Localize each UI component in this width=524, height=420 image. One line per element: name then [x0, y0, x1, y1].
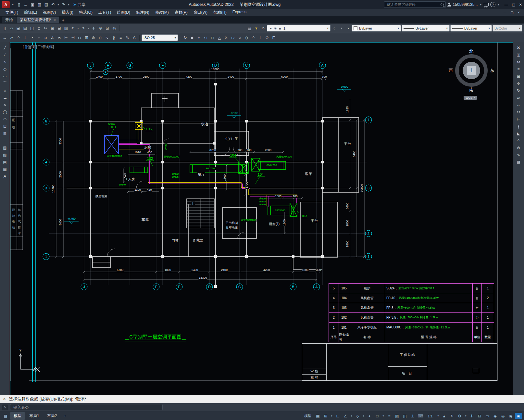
layer-properties-icon[interactable]: ▤ — [246, 25, 253, 32]
menu-item[interactable]: Express — [230, 10, 249, 14]
dim-ordinate-icon[interactable]: ⊥ — [22, 34, 28, 41]
units-icon[interactable]: ⊡ — [476, 413, 483, 419]
dim-space-icon[interactable]: ≡ — [118, 34, 124, 41]
color-combo[interactable]: ByLayer ▾ — [352, 25, 401, 32]
ortho-mode-icon[interactable]: ∟ — [334, 413, 341, 419]
dim-edit-icon[interactable]: ✎ — [124, 34, 131, 41]
line-icon[interactable]: ╱ — [1, 45, 8, 51]
snap-mode-icon[interactable]: ⊞ — [322, 413, 329, 419]
scale-icon[interactable]: ▱ — [515, 95, 522, 101]
workspace-icon[interactable]: ⚙ — [456, 413, 463, 419]
ellipse-icon[interactable]: ◯ — [1, 109, 8, 115]
compass-east-label[interactable]: 东 — [490, 68, 494, 73]
mirror-icon[interactable]: ⋈ — [515, 59, 522, 65]
menu-item[interactable]: 插入(I) — [59, 10, 76, 15]
dim-jogged-icon[interactable]: ⌐ — [36, 34, 42, 41]
pan-icon[interactable]: ✛ — [91, 25, 97, 32]
iso-caret[interactable]: ▾ — [362, 413, 365, 419]
lineweight-combo[interactable]: ByLayer ▾ — [450, 25, 492, 32]
rectangle-icon[interactable]: ▭ — [1, 73, 8, 79]
osnap-settings-icon[interactable]: ⊞ — [271, 34, 277, 41]
dynamic-ucs-icon[interactable]: ⊥ — [409, 413, 416, 419]
qat-plot-icon[interactable]: ▤ — [43, 2, 49, 8]
undo-caret[interactable]: ▾ — [77, 25, 80, 32]
dim-linear-icon[interactable]: ↔ — [2, 34, 8, 41]
quick-properties-icon[interactable]: ▭ — [484, 413, 491, 419]
cut-icon[interactable]: ✂ — [43, 25, 49, 32]
redo-caret[interactable]: ▾ — [87, 25, 90, 32]
lineweight-display-icon[interactable]: ≡ — [386, 413, 393, 419]
dim-continue-icon[interactable]: ⊣ — [70, 34, 76, 41]
osnap-extension-icon[interactable]: ↦ — [230, 34, 236, 41]
circle-icon[interactable]: ○ — [1, 87, 8, 94]
osnap-midpoint-icon[interactable]: △ — [216, 34, 222, 41]
layer-lock-icon[interactable]: ◑ — [345, 25, 351, 32]
compass-south-label[interactable]: 南 — [469, 87, 474, 93]
dim-baseline-icon[interactable]: ⊢ — [63, 34, 69, 41]
lock-ui-icon[interactable]: ◈ — [492, 413, 499, 419]
clean-screen-icon[interactable]: ▣ — [515, 413, 522, 419]
osnap-quadrant-icon[interactable]: ◇ — [243, 34, 250, 41]
qat-undo-caret[interactable]: ▾ — [57, 2, 60, 8]
dim-aligned-icon[interactable]: ↗ — [8, 34, 15, 41]
plot-icon[interactable]: ▤ — [22, 25, 28, 32]
dim-style-icon[interactable]: ◆ — [189, 34, 195, 41]
qat-open-icon[interactable]: ▱ — [23, 2, 29, 8]
dim-angular-icon[interactable]: ∠ — [49, 34, 56, 41]
new-tab-button[interactable]: + — [60, 18, 67, 23]
offset-icon[interactable]: ≡ — [515, 66, 522, 72]
autoscale-icon[interactable]: ↻ — [448, 413, 455, 419]
rotate-icon[interactable]: ↻ — [515, 87, 522, 94]
construction-line-icon[interactable]: ∕ — [1, 52, 8, 58]
qnew-icon[interactable]: ▯ — [2, 25, 8, 32]
dim-inspect-icon[interactable]: ◇ — [97, 34, 103, 41]
compass-disc[interactable]: 上 — [463, 62, 480, 79]
app-menu-button[interactable]: A — [2, 1, 10, 8]
close-button[interactable]: ✕ — [519, 3, 522, 7]
annotation-visibility-icon[interactable]: ▲ — [441, 413, 448, 419]
menu-item[interactable]: 文件(F) — [3, 10, 21, 15]
osnap-node-icon[interactable]: ⊙ — [264, 34, 270, 41]
doc-window-button[interactable]: — — [503, 11, 506, 14]
layer-previous-icon[interactable]: ↺ — [260, 25, 266, 32]
command-field[interactable] — [10, 404, 163, 410]
menu-item[interactable]: 编辑(E) — [21, 10, 40, 15]
osnap-caret[interactable]: ▾ — [381, 413, 385, 419]
drawing-canvas[interactable]: [-][俯视][二维线框]JHGFDCA1JFEDCBA643173211830… — [10, 42, 513, 395]
dim-update-icon[interactable]: ↻ — [182, 34, 188, 41]
region-icon[interactable]: ▤ — [1, 159, 8, 165]
trim-icon[interactable]: ✂ — [515, 109, 522, 115]
qat-new-icon[interactable]: ▯ — [16, 2, 22, 8]
app-store-cart-icon[interactable] — [484, 3, 489, 6]
dim-text-edit-icon[interactable]: A — [131, 34, 137, 41]
tab-start[interactable]: 开始 — [2, 17, 16, 23]
qat-redo-caret[interactable]: ▾ — [67, 2, 70, 8]
grid-display-icon[interactable]: ▦ — [314, 413, 321, 419]
app-menu-caret[interactable]: ▾ — [11, 2, 14, 8]
arc-icon[interactable]: ⌒ — [1, 80, 8, 86]
hatch-icon[interactable]: ▨ — [1, 145, 8, 151]
compass-north-label[interactable]: 北 — [469, 48, 474, 54]
search-icon[interactable] — [441, 3, 444, 6]
table-icon[interactable]: ▦ — [1, 166, 8, 172]
osnap-tangent-icon[interactable]: ◠ — [250, 34, 256, 41]
insert-block-icon[interactable]: ⊡ — [1, 123, 8, 129]
isometric-drafting-icon[interactable]: ◇ — [354, 413, 361, 419]
command-input[interactable] — [13, 405, 160, 410]
osnap-endpoint-icon[interactable]: □ — [209, 34, 216, 41]
doc-window-button[interactable]: ✕ — [518, 11, 520, 14]
layer-color-chip[interactable]: ■ — [278, 25, 282, 32]
osnap-intersection-icon[interactable]: ✕ — [223, 34, 229, 41]
graphics-performance-icon[interactable]: ◉ — [507, 413, 514, 419]
model-paper-toggle[interactable]: 模型 — [302, 413, 314, 419]
qat-redo-icon[interactable]: ↷ — [60, 2, 67, 8]
create-block-icon[interactable]: ⊞ — [1, 130, 8, 136]
match-properties-icon[interactable]: ▨ — [63, 25, 69, 32]
layout-tab[interactable]: 模型 — [10, 412, 25, 420]
dynamic-input-icon[interactable]: ⌨ — [417, 413, 424, 419]
account-id[interactable]: 1505999135... — [453, 2, 478, 7]
dim-break-icon[interactable]: ∦ — [111, 34, 117, 41]
osnap-perpendicular-icon[interactable]: ⊥ — [257, 34, 263, 41]
navigation-compass[interactable]: 上 北 南 西 东 — [451, 50, 492, 91]
plotstyle-combo[interactable]: ByColor ▾ — [493, 25, 522, 32]
